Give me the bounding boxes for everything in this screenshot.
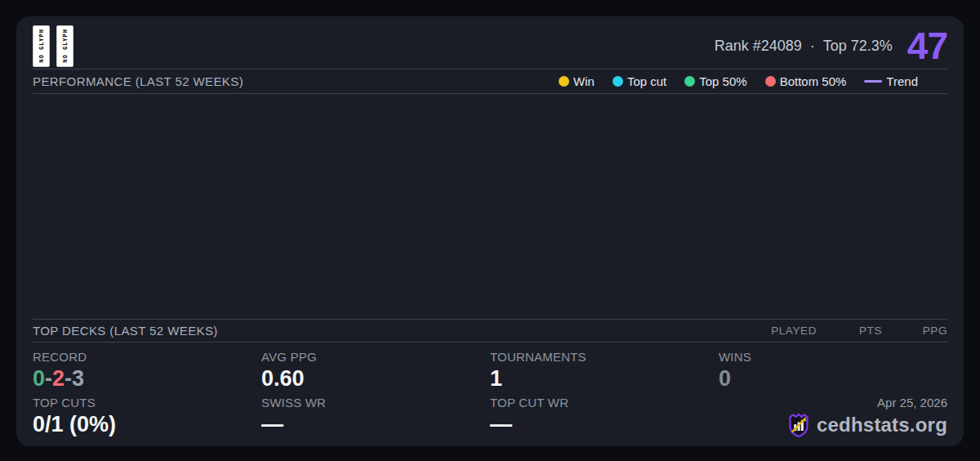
stat-label: WINS xyxy=(719,350,947,364)
generated-date: Apr 25, 2026 xyxy=(877,396,947,410)
missing-glyph-label: NO GLYPH xyxy=(62,29,69,63)
stat-wins: WINS 0 xyxy=(719,348,947,392)
stat-label: SWISS WR xyxy=(261,396,490,410)
win-dot-icon xyxy=(559,76,569,87)
chart-legend: Win Top cut Top 50% Bottom 50% Trend xyxy=(559,74,947,88)
top-cut-wr-value: — xyxy=(490,412,719,437)
legend-item-trend: Trend xyxy=(864,74,918,88)
performance-chart xyxy=(33,94,947,319)
card-header: NO GLYPH NO GLYPH Rank #24089 · Top 72.3… xyxy=(33,16,947,69)
top-decks-header-row: TOP DECKS (LAST 52 WEEKS) PLAYED PTS PPG xyxy=(33,320,947,342)
legend-label: Top 50% xyxy=(699,74,746,88)
stat-record: RECORD 0-2-3 xyxy=(33,348,261,392)
missing-glyph-label: NO GLYPH xyxy=(38,29,45,63)
stat-label: AVG PPG xyxy=(261,350,490,364)
performance-title: PERFORMANCE (LAST 52 WEEKS) xyxy=(33,74,243,88)
legend-item-win: Win xyxy=(559,74,595,88)
tournaments-value: 1 xyxy=(490,366,719,392)
stat-top-cut-wr: TOP CUT WR — xyxy=(490,394,719,438)
card-footer: Apr 25, 2026 cedhstats.org xyxy=(719,394,947,438)
stat-label: TOURNAMENTS xyxy=(490,350,719,364)
legend-item-top-50: Top 50% xyxy=(684,74,746,88)
stat-swiss-wr: SWISS WR — xyxy=(261,394,490,438)
record-draws: 3 xyxy=(72,366,84,391)
top-cut-dot-icon xyxy=(612,76,623,87)
avg-ppg-value: 0.60 xyxy=(261,366,490,392)
stat-top-cuts: TOP CUTS 0/1 (0%) xyxy=(33,394,261,438)
top-50-dot-icon xyxy=(684,76,695,87)
column-ppg: PPG xyxy=(882,324,947,337)
deck-color-badges: NO GLYPH NO GLYPH xyxy=(33,25,74,67)
stats-grid: RECORD 0-2-3 AVG PPG 0.60 TOURNAMENTS 1 … xyxy=(33,342,947,446)
stat-label: RECORD xyxy=(33,350,261,364)
column-pts: PTS xyxy=(817,324,882,337)
missing-glyph-badge: NO GLYPH xyxy=(33,25,50,67)
stat-tournaments: TOURNAMENTS 1 xyxy=(490,348,719,392)
record-separator: - xyxy=(45,366,52,391)
record-losses: 2 xyxy=(52,366,65,391)
top-percentile: Top 72.3% xyxy=(823,38,893,55)
missing-glyph-badge: NO GLYPH xyxy=(56,25,74,67)
stats-card: NO GLYPH NO GLYPH Rank #24089 · Top 72.3… xyxy=(16,16,964,446)
rank-line: Rank #24089 · Top 72.3% xyxy=(715,38,893,55)
top-decks-columns: PLAYED PTS PPG xyxy=(751,324,947,337)
record-value: 0-2-3 xyxy=(33,366,261,392)
stat-avg-ppg: AVG PPG 0.60 xyxy=(261,348,490,392)
rank-number: Rank #24089 xyxy=(715,38,802,55)
rank-separator-dot: · xyxy=(810,38,815,55)
cedhstats-shield-logo xyxy=(787,412,810,438)
top-cuts-value: 0/1 (0%) xyxy=(33,412,261,437)
legend-item-bottom-50: Bottom 50% xyxy=(765,74,847,88)
legend-item-top-cut: Top cut xyxy=(612,74,666,88)
legend-label: Trend xyxy=(886,74,918,88)
legend-label: Bottom 50% xyxy=(780,74,847,88)
wins-value: 0 xyxy=(719,366,947,392)
swiss-wr-value: — xyxy=(261,412,490,437)
score-value: 47 xyxy=(907,27,947,65)
column-played: PLAYED xyxy=(751,324,817,337)
top-decks-title: TOP DECKS (LAST 52 WEEKS) xyxy=(33,324,218,338)
rank-summary: Rank #24089 · Top 72.3% 47 xyxy=(715,27,947,65)
performance-header-row: PERFORMANCE (LAST 52 WEEKS) Win Top cut … xyxy=(33,69,947,93)
legend-label: Top cut xyxy=(627,74,666,88)
trend-line-icon xyxy=(864,80,882,83)
stat-label: TOP CUTS xyxy=(33,396,261,410)
brand-lockup: cedhstats.org xyxy=(787,412,947,438)
legend-label: Win xyxy=(573,74,595,88)
brand-name: cedhstats.org xyxy=(817,414,947,436)
bottom-50-dot-icon xyxy=(765,76,776,87)
record-wins: 0 xyxy=(33,366,45,391)
record-separator: - xyxy=(65,366,72,391)
stat-label: TOP CUT WR xyxy=(490,396,719,410)
